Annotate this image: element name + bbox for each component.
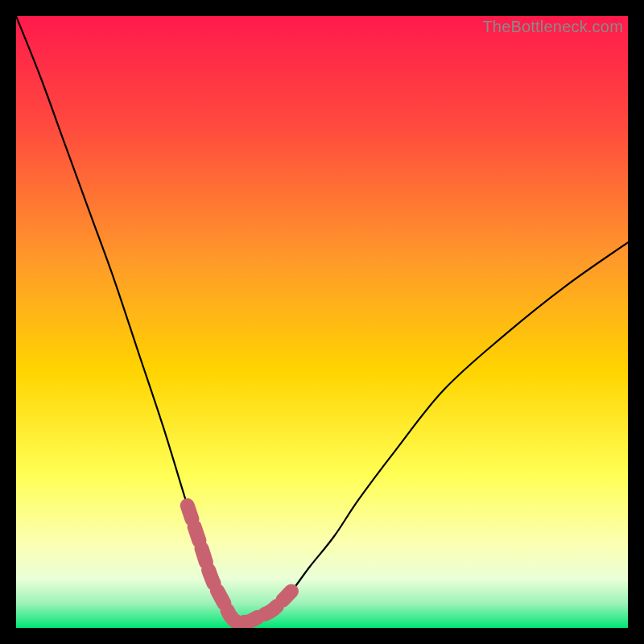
gradient-background xyxy=(16,16,628,628)
watermark-label: TheBottleneck.com xyxy=(482,18,623,36)
bottleneck-chart xyxy=(16,16,628,628)
chart-frame: TheBottleneck.com xyxy=(16,16,628,628)
